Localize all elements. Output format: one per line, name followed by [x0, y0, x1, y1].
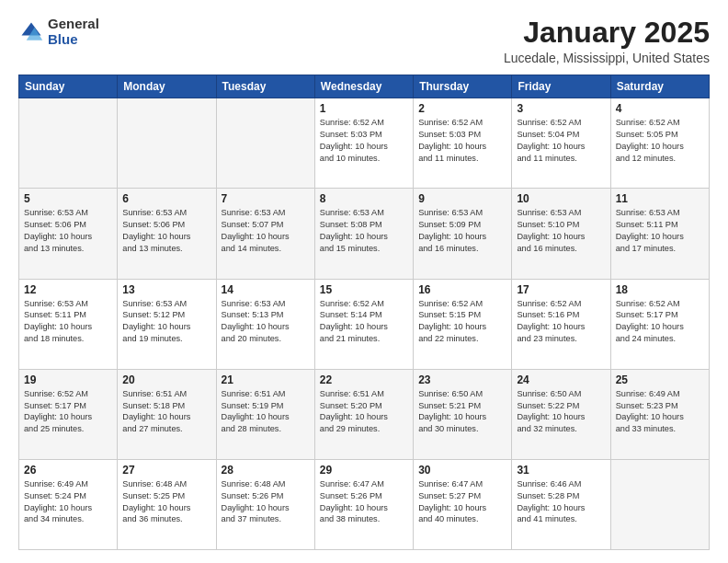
day-number: 27: [122, 464, 210, 477]
day-number: 31: [517, 464, 605, 477]
week-row-2: 5Sunrise: 6:53 AM Sunset: 5:06 PM Daylig…: [19, 189, 710, 279]
day-number: 26: [24, 464, 112, 477]
header-cell-sunday: Sunday: [19, 75, 118, 98]
day-info: Sunrise: 6:48 AM Sunset: 5:26 PM Dayligh…: [222, 478, 310, 526]
logo-icon: [18, 19, 44, 45]
day-info: Sunrise: 6:52 AM Sunset: 5:17 PM Dayligh…: [616, 298, 704, 346]
header-row: SundayMondayTuesdayWednesdayThursdayFrid…: [19, 75, 710, 98]
day-number: 23: [418, 373, 506, 386]
day-cell: 1Sunrise: 6:52 AM Sunset: 5:03 PM Daylig…: [314, 98, 413, 189]
day-number: 24: [517, 373, 605, 386]
header-cell-tuesday: Tuesday: [216, 75, 314, 98]
logo: General Blue: [18, 17, 99, 47]
day-number: 19: [24, 373, 112, 386]
day-number: 22: [320, 373, 408, 386]
header-cell-friday: Friday: [512, 75, 610, 98]
day-info: Sunrise: 6:53 AM Sunset: 5:11 PM Dayligh…: [24, 298, 112, 346]
day-cell: 21Sunrise: 6:51 AM Sunset: 5:19 PM Dayli…: [216, 369, 314, 459]
day-cell: 26Sunrise: 6:49 AM Sunset: 5:24 PM Dayli…: [19, 459, 118, 549]
day-info: Sunrise: 6:51 AM Sunset: 5:18 PM Dayligh…: [122, 388, 210, 436]
day-info: Sunrise: 6:52 AM Sunset: 5:15 PM Dayligh…: [418, 298, 506, 346]
day-info: Sunrise: 6:52 AM Sunset: 5:17 PM Dayligh…: [24, 388, 112, 436]
day-number: 12: [24, 283, 112, 296]
day-info: Sunrise: 6:51 AM Sunset: 5:20 PM Dayligh…: [320, 388, 408, 436]
day-info: Sunrise: 6:53 AM Sunset: 5:08 PM Dayligh…: [320, 207, 408, 255]
day-cell: 31Sunrise: 6:46 AM Sunset: 5:28 PM Dayli…: [512, 459, 610, 549]
day-info: Sunrise: 6:53 AM Sunset: 5:13 PM Dayligh…: [222, 298, 310, 346]
day-cell: 11Sunrise: 6:53 AM Sunset: 5:11 PM Dayli…: [610, 189, 709, 279]
day-cell: 24Sunrise: 6:50 AM Sunset: 5:22 PM Dayli…: [512, 369, 610, 459]
day-info: Sunrise: 6:53 AM Sunset: 5:06 PM Dayligh…: [24, 207, 112, 255]
day-info: Sunrise: 6:47 AM Sunset: 5:26 PM Dayligh…: [320, 478, 408, 526]
calendar-title: January 2025: [504, 17, 710, 49]
page: General Blue January 2025 Lucedale, Miss…: [0, 0, 728, 563]
day-number: 14: [222, 283, 310, 296]
header-cell-thursday: Thursday: [414, 75, 512, 98]
day-number: 18: [616, 283, 704, 296]
day-number: 2: [418, 102, 506, 115]
logo-text: General Blue: [48, 17, 99, 47]
day-cell: 17Sunrise: 6:52 AM Sunset: 5:16 PM Dayli…: [512, 279, 610, 369]
day-cell: 4Sunrise: 6:52 AM Sunset: 5:05 PM Daylig…: [610, 98, 709, 189]
day-info: Sunrise: 6:52 AM Sunset: 5:03 PM Dayligh…: [418, 117, 506, 165]
week-row-4: 19Sunrise: 6:52 AM Sunset: 5:17 PM Dayli…: [19, 369, 710, 459]
day-cell: 2Sunrise: 6:52 AM Sunset: 5:03 PM Daylig…: [414, 98, 512, 189]
day-info: Sunrise: 6:53 AM Sunset: 5:10 PM Dayligh…: [517, 207, 605, 255]
title-block: January 2025 Lucedale, Mississippi, Unit…: [504, 17, 710, 65]
day-cell: 30Sunrise: 6:47 AM Sunset: 5:27 PM Dayli…: [414, 459, 512, 549]
week-row-1: 1Sunrise: 6:52 AM Sunset: 5:03 PM Daylig…: [19, 98, 710, 189]
day-number: 7: [222, 192, 310, 205]
week-row-3: 12Sunrise: 6:53 AM Sunset: 5:11 PM Dayli…: [19, 279, 710, 369]
day-cell: 22Sunrise: 6:51 AM Sunset: 5:20 PM Dayli…: [314, 369, 413, 459]
day-info: Sunrise: 6:52 AM Sunset: 5:03 PM Dayligh…: [320, 117, 408, 165]
day-cell: [19, 98, 118, 189]
day-cell: 29Sunrise: 6:47 AM Sunset: 5:26 PM Dayli…: [314, 459, 413, 549]
day-info: Sunrise: 6:52 AM Sunset: 5:04 PM Dayligh…: [517, 117, 605, 165]
day-number: 6: [122, 192, 210, 205]
day-info: Sunrise: 6:53 AM Sunset: 5:11 PM Dayligh…: [616, 207, 704, 255]
calendar-subtitle: Lucedale, Mississippi, United States: [504, 51, 710, 65]
day-cell: 19Sunrise: 6:52 AM Sunset: 5:17 PM Dayli…: [19, 369, 118, 459]
header: General Blue January 2025 Lucedale, Miss…: [18, 17, 710, 65]
day-number: 29: [320, 464, 408, 477]
day-number: 1: [320, 102, 408, 115]
day-number: 30: [418, 464, 506, 477]
day-cell: [216, 98, 314, 189]
day-cell: 7Sunrise: 6:53 AM Sunset: 5:07 PM Daylig…: [216, 189, 314, 279]
logo-general: General: [48, 17, 99, 32]
day-info: Sunrise: 6:47 AM Sunset: 5:27 PM Dayligh…: [418, 478, 506, 526]
day-info: Sunrise: 6:49 AM Sunset: 5:24 PM Dayligh…: [24, 478, 112, 526]
day-cell: 12Sunrise: 6:53 AM Sunset: 5:11 PM Dayli…: [19, 279, 118, 369]
day-cell: 23Sunrise: 6:50 AM Sunset: 5:21 PM Dayli…: [414, 369, 512, 459]
day-number: 9: [418, 192, 506, 205]
day-number: 17: [517, 283, 605, 296]
day-number: 3: [517, 102, 605, 115]
day-number: 4: [616, 102, 704, 115]
day-info: Sunrise: 6:52 AM Sunset: 5:05 PM Dayligh…: [616, 117, 704, 165]
day-cell: [610, 459, 709, 549]
day-cell: 20Sunrise: 6:51 AM Sunset: 5:18 PM Dayli…: [118, 369, 216, 459]
day-info: Sunrise: 6:53 AM Sunset: 5:06 PM Dayligh…: [122, 207, 210, 255]
day-cell: 6Sunrise: 6:53 AM Sunset: 5:06 PM Daylig…: [118, 189, 216, 279]
day-number: 21: [222, 373, 310, 386]
day-cell: 9Sunrise: 6:53 AM Sunset: 5:09 PM Daylig…: [414, 189, 512, 279]
day-cell: 14Sunrise: 6:53 AM Sunset: 5:13 PM Dayli…: [216, 279, 314, 369]
header-cell-saturday: Saturday: [610, 75, 709, 98]
day-number: 28: [222, 464, 310, 477]
day-cell: 16Sunrise: 6:52 AM Sunset: 5:15 PM Dayli…: [414, 279, 512, 369]
day-info: Sunrise: 6:51 AM Sunset: 5:19 PM Dayligh…: [222, 388, 310, 436]
header-cell-monday: Monday: [118, 75, 216, 98]
day-info: Sunrise: 6:53 AM Sunset: 5:09 PM Dayligh…: [418, 207, 506, 255]
day-cell: 5Sunrise: 6:53 AM Sunset: 5:06 PM Daylig…: [19, 189, 118, 279]
day-info: Sunrise: 6:46 AM Sunset: 5:28 PM Dayligh…: [517, 478, 605, 526]
day-cell: 15Sunrise: 6:52 AM Sunset: 5:14 PM Dayli…: [314, 279, 413, 369]
day-number: 15: [320, 283, 408, 296]
day-cell: 13Sunrise: 6:53 AM Sunset: 5:12 PM Dayli…: [118, 279, 216, 369]
day-number: 16: [418, 283, 506, 296]
day-number: 20: [122, 373, 210, 386]
day-number: 13: [122, 283, 210, 296]
day-cell: [118, 98, 216, 189]
day-number: 11: [616, 192, 704, 205]
day-cell: 10Sunrise: 6:53 AM Sunset: 5:10 PM Dayli…: [512, 189, 610, 279]
day-info: Sunrise: 6:50 AM Sunset: 5:22 PM Dayligh…: [517, 388, 605, 436]
